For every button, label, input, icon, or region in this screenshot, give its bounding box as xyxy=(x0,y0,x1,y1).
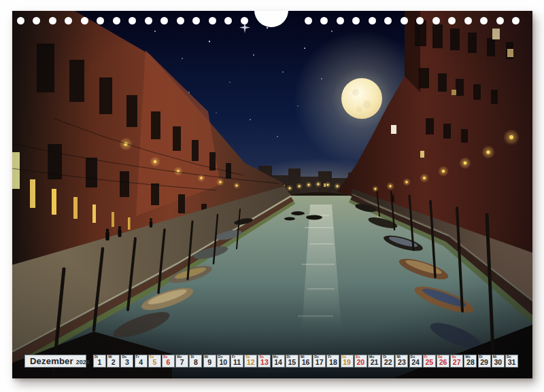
day-cell-14: Mo14 xyxy=(272,355,285,368)
punch-hole xyxy=(241,17,248,24)
day-cell-17: Do17 xyxy=(313,355,326,368)
day-cell-4: Fr4 xyxy=(135,355,148,368)
day-number: 27 xyxy=(451,359,462,366)
day-number: 26 xyxy=(437,359,449,366)
day-number: 16 xyxy=(300,359,311,366)
punch-hole xyxy=(224,17,232,24)
punch-hole xyxy=(401,17,408,24)
day-cell-26: Sa26 xyxy=(437,355,449,368)
day-number: 25 xyxy=(424,359,435,366)
punch-hole xyxy=(464,17,472,24)
photo-venice-night-canal xyxy=(12,11,532,378)
day-cell-9: Mi9 xyxy=(203,355,216,368)
day-number: 1 xyxy=(94,359,105,366)
day-cell-29: Di29 xyxy=(478,355,491,368)
day-number: 23 xyxy=(396,359,407,366)
punch-hole xyxy=(512,17,520,24)
day-cell-3: Do3 xyxy=(120,355,133,368)
day-number: 28 xyxy=(464,359,476,366)
day-cell-12: Sa12 xyxy=(244,355,257,368)
day-number: 19 xyxy=(341,359,353,366)
calendar-strip: Dezember 2026 Di1Mi2Do3Fr4Sa5So6Mo7Di8Mi… xyxy=(12,355,532,368)
day-cell-18: Fr18 xyxy=(326,355,339,368)
day-cell-20: So20 xyxy=(354,355,367,368)
punch-hole xyxy=(496,17,504,24)
day-number: 20 xyxy=(355,359,367,366)
day-number: 13 xyxy=(258,359,270,366)
day-number: 29 xyxy=(479,359,490,366)
day-number: 2 xyxy=(107,359,119,366)
day-cell-5: Sa5 xyxy=(148,355,161,368)
month-name: Dezember xyxy=(30,357,73,366)
calendar-product-shot: Dezember 2026 Di1Mi2Do3Fr4Sa5So6Mo7Di8Mi… xyxy=(0,0,544,392)
day-number: 4 xyxy=(135,359,147,366)
punch-hole xyxy=(65,17,72,24)
day-number: 21 xyxy=(369,359,380,366)
day-cell-7: Mo7 xyxy=(175,355,188,368)
day-cell-22: Di22 xyxy=(381,355,394,368)
punch-hole xyxy=(113,17,120,24)
punch-hole xyxy=(480,17,488,24)
day-cell-28: Mo28 xyxy=(464,355,477,368)
day-cell-15: Di15 xyxy=(286,355,299,368)
day-number: 6 xyxy=(163,359,174,366)
punch-hole xyxy=(145,17,152,24)
day-number: 14 xyxy=(273,359,284,366)
day-number: 17 xyxy=(313,359,325,366)
day-number: 24 xyxy=(410,359,422,366)
punch-hole xyxy=(369,17,376,24)
punch-hole xyxy=(192,17,200,24)
day-cell-2: Mi2 xyxy=(107,355,120,368)
punch-hole xyxy=(337,17,344,24)
punch-hole xyxy=(320,17,328,24)
day-number: 31 xyxy=(506,359,517,366)
day-cell-6: So6 xyxy=(162,355,175,368)
day-number: 5 xyxy=(149,359,160,366)
day-number: 18 xyxy=(327,359,339,366)
punch-hole xyxy=(384,17,392,24)
day-number: 30 xyxy=(492,359,504,366)
calendar-page: Dezember 2026 Di1Mi2Do3Fr4Sa5So6Mo7Di8Mi… xyxy=(12,11,532,378)
punch-hole xyxy=(432,17,440,24)
day-number: 7 xyxy=(176,359,188,366)
punch-hole xyxy=(17,17,24,24)
day-number: 22 xyxy=(382,359,394,366)
year: 2026 xyxy=(76,357,90,367)
day-number: 9 xyxy=(204,359,216,366)
punch-hole xyxy=(448,17,456,24)
punch-hole xyxy=(209,17,216,24)
day-number: 11 xyxy=(231,359,243,366)
punch-hole xyxy=(416,17,424,24)
day-cell-25: Fr25 xyxy=(423,355,436,368)
vignette xyxy=(12,11,532,378)
day-number: 12 xyxy=(245,359,256,366)
day-cell-23: Mi23 xyxy=(395,355,408,368)
day-cell-30: Mi30 xyxy=(492,355,505,368)
day-cell-1: Di1 xyxy=(93,355,106,368)
month-label: Dezember 2026 xyxy=(24,355,86,368)
punch-hole xyxy=(160,17,168,24)
day-number: 8 xyxy=(190,359,201,366)
day-cell-13: So13 xyxy=(258,355,271,368)
day-number: 3 xyxy=(121,359,133,366)
punch-hole xyxy=(177,17,184,24)
punch-hole xyxy=(97,17,104,24)
day-number: 15 xyxy=(286,359,298,366)
punch-hole xyxy=(33,17,40,24)
day-cell-27: So27 xyxy=(450,355,463,368)
day-cell-8: Di8 xyxy=(189,355,202,368)
day-cell-21: Mo21 xyxy=(368,355,381,368)
day-cell-19: Sa19 xyxy=(341,355,354,368)
day-cell-10: Do10 xyxy=(217,355,230,368)
day-cell-16: Mi16 xyxy=(299,355,312,368)
punch-hole xyxy=(305,17,312,24)
punch-hole xyxy=(81,17,88,24)
punch-hole xyxy=(49,17,56,24)
day-cell-11: Fr11 xyxy=(231,355,243,368)
day-cell-31: Do31 xyxy=(505,355,518,368)
punch-hole xyxy=(129,17,136,24)
punch-hole xyxy=(352,17,360,24)
day-number: 10 xyxy=(218,359,229,366)
day-cell-24: Do24 xyxy=(409,355,422,368)
